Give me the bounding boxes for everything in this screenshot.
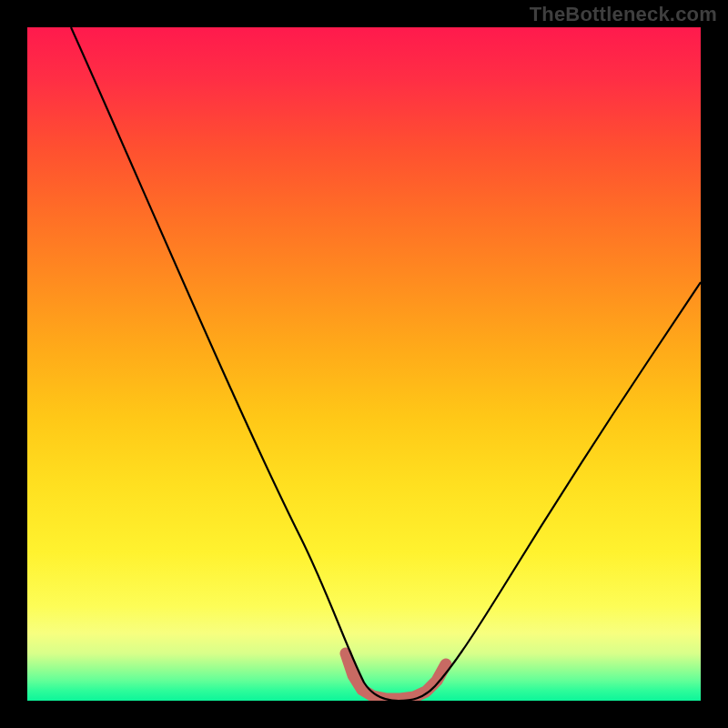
curve-layer	[27, 27, 701, 701]
plot-area	[27, 27, 701, 701]
chart-frame: TheBottleneck.com	[0, 0, 728, 728]
bottleneck-curve	[71, 27, 701, 701]
watermark-text: TheBottleneck.com	[530, 3, 717, 26]
